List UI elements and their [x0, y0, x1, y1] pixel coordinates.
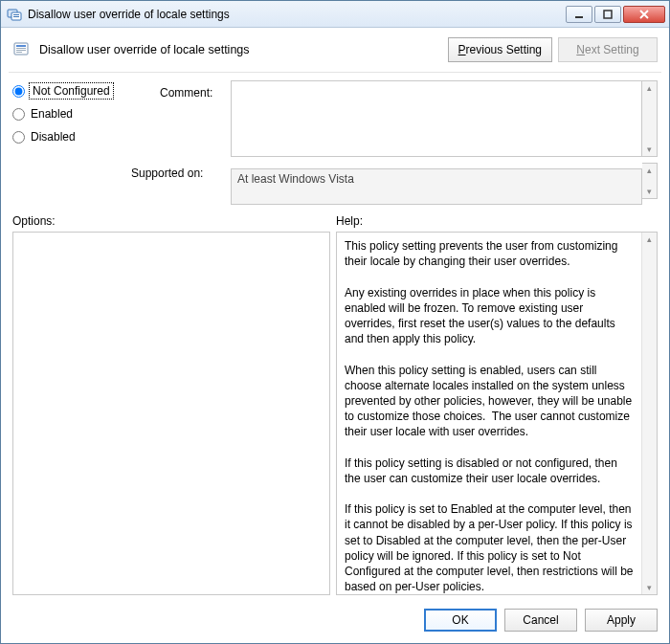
svg-rect-3 — [13, 16, 19, 17]
help-label: Help: — [336, 214, 363, 228]
radio-not-configured[interactable]: Not Configured — [12, 84, 156, 98]
svg-rect-2 — [13, 14, 19, 15]
apply-button[interactable]: Apply — [585, 609, 658, 632]
scroll-down-icon[interactable]: ▾ — [642, 144, 657, 154]
radio-not-configured-label: Not Configured — [31, 84, 112, 98]
scroll-down-icon: ▾ — [642, 187, 657, 196]
policy-icon — [12, 40, 32, 59]
app-icon — [7, 7, 22, 22]
supported-scroll: ▴ ▾ — [642, 163, 658, 199]
minimize-button[interactable] — [566, 6, 592, 23]
titlebar[interactable]: Disallow user override of locale setting… — [1, 1, 669, 28]
svg-rect-4 — [575, 16, 583, 18]
radio-enabled[interactable]: Enabled — [12, 107, 156, 121]
maximize-button[interactable] — [594, 6, 621, 23]
svg-rect-9 — [16, 50, 26, 51]
separator — [9, 72, 661, 73]
comment-scroll[interactable]: ▴ ▾ — [642, 80, 658, 157]
svg-rect-5 — [604, 11, 612, 18]
cancel-button[interactable]: Cancel — [504, 609, 577, 632]
scroll-down-icon[interactable]: ▾ — [642, 583, 657, 592]
scroll-up-icon[interactable]: ▴ — [642, 234, 657, 244]
radio-disabled[interactable]: Disabled — [12, 130, 156, 144]
supported-on-value: At least Windows Vista — [231, 168, 642, 205]
config-area: Not Configured Enabled Disabled Comment:… — [1, 78, 669, 209]
svg-rect-8 — [16, 48, 26, 49]
pane-labels: Options: Help: — [1, 209, 669, 232]
previous-setting-button[interactable]: Previous Setting — [448, 37, 552, 62]
window-controls — [566, 6, 665, 23]
radio-enabled-label: Enabled — [31, 107, 73, 121]
close-button[interactable] — [623, 6, 665, 23]
scroll-up-icon[interactable]: ▴ — [642, 83, 657, 93]
window-title: Disallow user override of locale setting… — [28, 8, 566, 21]
footer: OK Cancel Apply — [1, 599, 669, 643]
comment-label: Comment: — [160, 80, 227, 157]
header-row: Disallow user override of locale setting… — [1, 28, 669, 70]
options-pane — [12, 232, 330, 595]
radio-disabled-label: Disabled — [31, 130, 76, 144]
radio-not-configured-input[interactable] — [12, 85, 25, 98]
setting-title: Disallow user override of locale setting… — [39, 43, 442, 56]
help-text[interactable]: This policy setting prevents the user fr… — [337, 233, 641, 594]
help-pane: This policy setting prevents the user fr… — [336, 232, 658, 595]
help-scroll[interactable]: ▴ ▾ — [641, 233, 657, 594]
next-setting-button: Next Setting — [558, 37, 658, 62]
supported-on-label: Supported on: — [131, 157, 227, 205]
comment-input[interactable] — [231, 80, 642, 157]
panes: This policy setting prevents the user fr… — [1, 232, 669, 599]
radio-disabled-input[interactable] — [12, 131, 25, 144]
radio-enabled-input[interactable] — [12, 108, 25, 121]
ok-button[interactable]: OK — [424, 609, 497, 632]
gpo-editor-window: Disallow user override of locale setting… — [0, 0, 670, 644]
svg-rect-10 — [16, 52, 22, 53]
scroll-up-icon: ▴ — [642, 166, 657, 175]
options-label: Options: — [12, 214, 336, 228]
svg-rect-7 — [16, 45, 26, 47]
